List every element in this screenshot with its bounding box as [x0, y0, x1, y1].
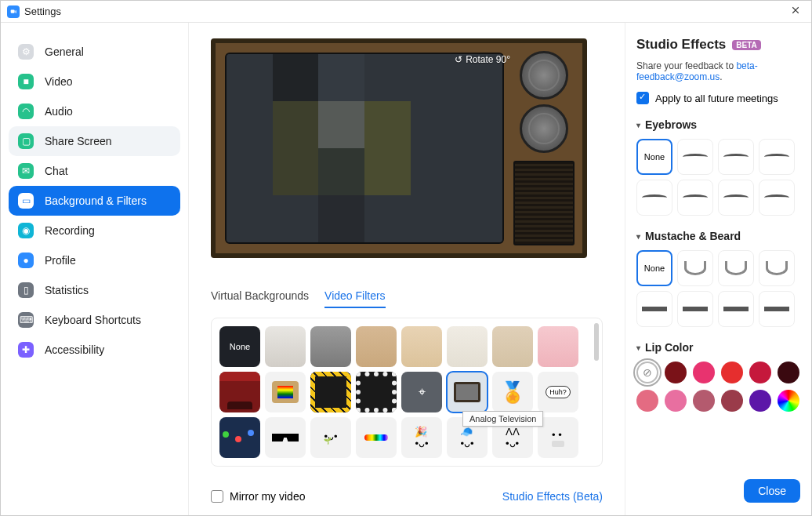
lip-color-swatch[interactable] [665, 390, 687, 412]
rotate-icon: ↺ [455, 54, 462, 65]
checkbox-icon [211, 490, 223, 503]
eyebrow-option-1[interactable] [677, 139, 713, 175]
eyebrow-option-4[interactable] [636, 180, 672, 216]
lip-color-swatch[interactable] [693, 362, 715, 383]
close-button[interactable]: Close [744, 479, 800, 503]
filter-ribbon[interactable]: 🏅 [492, 372, 533, 412]
bars-icon: ▯ [18, 282, 34, 298]
sidebar-item-label: Accessibility [45, 343, 104, 356]
mustache-icon [764, 307, 789, 311]
section-lip-color[interactable]: ▾ Lip Color [636, 341, 800, 354]
filter-pearl-frame[interactable] [356, 372, 397, 412]
scrollbar-thumb[interactable] [594, 323, 599, 361]
filter-string-lights[interactable] [219, 417, 260, 458]
lip-color-picker[interactable] [778, 390, 799, 412]
filter-party-hat[interactable]: 🎉•ᴗ• [401, 417, 442, 458]
tab-virtual-backgrounds[interactable]: Virtual Backgrounds [211, 289, 309, 308]
eyebrow-option-3[interactable] [759, 139, 795, 175]
sidebar-item-share-screen[interactable]: ▢Share Screen [9, 126, 180, 156]
lip-color-grid [636, 362, 800, 412]
sidebar-item-recording[interactable]: ◉Recording [9, 216, 180, 245]
beard-option-6[interactable] [718, 291, 754, 327]
sidebar-item-label: Profile [45, 254, 76, 267]
lip-color-swatch[interactable] [693, 390, 715, 412]
filter-warm[interactable] [401, 326, 442, 367]
filter-gray[interactable] [310, 326, 351, 367]
tab-video-filters[interactable]: Video Filters [324, 289, 386, 308]
filter-tan[interactable] [356, 326, 397, 367]
lip-color-none[interactable] [636, 362, 658, 383]
lip-color-swatch[interactable] [778, 362, 799, 383]
chat-icon: ✉ [18, 163, 34, 179]
mustache-icon [642, 307, 667, 311]
lip-color-swatch[interactable] [721, 390, 743, 412]
lip-color-swatch[interactable] [749, 390, 771, 412]
filter-tooltip: Analog Television [462, 411, 543, 427]
filter-rainbow[interactable] [356, 417, 397, 458]
beard-option-7[interactable] [759, 291, 795, 327]
filter-beige[interactable] [492, 326, 533, 367]
filter-emoji-frame[interactable] [310, 372, 351, 412]
filter-retro-tv[interactable] [265, 372, 306, 412]
filter-sprout[interactable]: •ᴗ•🌱 [310, 417, 351, 458]
beard-option-3[interactable] [759, 250, 795, 286]
sidebar-item-video[interactable]: ■Video [9, 67, 180, 96]
sidebar-item-keyboard-shortcuts[interactable]: ⌨Keyboard Shortcuts [9, 305, 180, 335]
filter-pink[interactable] [538, 326, 578, 367]
beta-badge: BETA [732, 40, 760, 50]
sidebar-item-general[interactable]: ⚙General [9, 37, 180, 67]
beard-option-2[interactable] [718, 250, 754, 286]
lip-color-swatch[interactable] [665, 362, 687, 383]
lip-color-swatch[interactable] [636, 390, 658, 412]
filter-mask[interactable]: • • [538, 417, 578, 458]
lip-color-swatch[interactable] [749, 362, 771, 383]
mirror-video-checkbox[interactable]: Mirror my video [211, 490, 305, 503]
filter-analog-tv[interactable] [447, 372, 488, 412]
beard-none[interactable]: None [636, 250, 672, 286]
filter-speech-huh[interactable]: Huh? [538, 372, 578, 412]
chevron-down-icon: ▾ [636, 232, 640, 241]
eyebrow-option-7[interactable] [759, 180, 795, 216]
beard-icon [684, 261, 706, 275]
beard-option-4[interactable] [636, 291, 672, 327]
sidebar-item-statistics[interactable]: ▯Statistics [9, 275, 180, 305]
video-icon: ■ [18, 74, 34, 89]
eyebrow-icon [683, 194, 708, 201]
filter-target-frame[interactable]: ⌖ [401, 372, 442, 412]
sidebar-item-audio[interactable]: ◠Audio [9, 96, 180, 126]
eyebrow-none[interactable]: None [636, 139, 672, 175]
sidebar-item-label: Audio [45, 105, 73, 118]
studio-effects-panel: Studio Effects BETA Share your feedback … [625, 23, 811, 515]
tv-knob-icon [520, 51, 568, 100]
window-title: Settings [24, 5, 61, 17]
person-icon: ● [18, 253, 34, 268]
filter-theater[interactable] [219, 372, 260, 412]
sidebar-item-background-filters[interactable]: ▭Background & Filters [9, 186, 180, 216]
studio-effects-link[interactable]: Studio Effects (Beta) [502, 490, 603, 503]
apply-future-checkbox[interactable]: Apply to all future meetings [636, 92, 800, 104]
settings-sidebar: ⚙General■Video◠Audio▢Share Screen✉Chat▭B… [1, 23, 189, 515]
filter-cream[interactable] [447, 326, 488, 367]
filter-none[interactable]: None [219, 326, 260, 367]
window-close-button[interactable] [786, 4, 805, 19]
section-eyebrows[interactable]: ▾ Eyebrows [636, 118, 800, 131]
beard-option-1[interactable] [677, 250, 713, 286]
eyebrow-option-5[interactable] [677, 180, 713, 216]
sidebar-item-chat[interactable]: ✉Chat [9, 156, 180, 186]
rotate-button[interactable]: ↺ Rotate 90° [455, 54, 510, 65]
eyebrow-option-6[interactable] [718, 180, 754, 216]
sidebar-item-accessibility[interactable]: ✚Accessibility [9, 335, 180, 365]
center-panel: ↺ Rotate 90° Virtual Backgrounds Video F… [189, 23, 625, 515]
mustache-beard-grid: None [636, 250, 800, 327]
filter-pixel-shades[interactable] [265, 417, 306, 458]
titlebar: Settings [1, 1, 811, 23]
beard-option-5[interactable] [677, 291, 713, 327]
section-mustache-beard[interactable]: ▾ Mustache & Beard [636, 230, 800, 242]
checkbox-checked-icon [636, 92, 649, 104]
tv-knob-icon [520, 104, 568, 153]
filter-neutral-1[interactable] [265, 326, 306, 367]
sidebar-item-profile[interactable]: ●Profile [9, 245, 180, 275]
chevron-down-icon: ▾ [636, 121, 640, 129]
lip-color-swatch[interactable] [721, 362, 743, 383]
eyebrow-option-2[interactable] [718, 139, 754, 175]
